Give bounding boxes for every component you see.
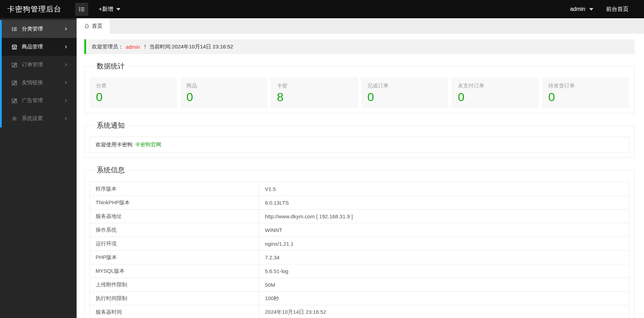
stat-card-label: 商品 — [187, 82, 268, 89]
row-label: PHP版本 — [90, 251, 259, 264]
row-label: 执行时间限制 — [90, 292, 259, 305]
welcome-prefix: 欢迎管理员： — [92, 44, 123, 50]
row-label: 运行环境 — [90, 237, 259, 251]
tab-bar: 首页 — [77, 18, 644, 34]
row-value: 6.0.13LTS — [259, 196, 629, 210]
sidebar-item-ads[interactable]: 广告管理 — [2, 92, 77, 110]
stat-card-value: 8 — [277, 91, 358, 103]
home-icon — [84, 23, 90, 29]
official-site-link[interactable]: 卡密狗官网 — [135, 141, 161, 148]
chevron-right-icon — [64, 63, 68, 67]
stat-card-value: 0 — [367, 91, 449, 103]
stat-card-label: 分类 — [96, 82, 177, 89]
frontend-home-link[interactable]: 前台首页 — [606, 6, 629, 13]
row-label: 程序版本 — [90, 182, 259, 196]
chevron-right-icon — [64, 45, 68, 49]
chevron-right-icon — [64, 81, 68, 85]
topbar-right: admin 前台首页 — [570, 6, 644, 13]
system-info-section: 系统信息 程序版本 V1.5 ThinkPHP版本 6.0.13LTS 服务器地… — [84, 165, 635, 318]
table-row: 执行时间限制 100秒 — [90, 292, 629, 305]
row-value: 100秒 — [259, 292, 629, 305]
user-dropdown[interactable]: admin — [570, 6, 593, 12]
tab-home[interactable]: 首页 — [77, 18, 110, 34]
app-title: 卡密狗管理后台 — [0, 4, 75, 14]
system-info-section-title: 系统信息 — [93, 165, 128, 175]
stats-row: 分类 0 商品 0 卡密 8 完成订单 0 — [90, 77, 629, 108]
row-value: 50M — [259, 278, 629, 292]
sidebar-item-label: 友情链接 — [22, 79, 43, 86]
gear-icon — [11, 115, 18, 122]
row-value: nginx/1.21.1 — [259, 237, 629, 251]
tab-home-label: 首页 — [92, 23, 103, 29]
sidebar-menu: 分类管理 商品管理 — [0, 20, 77, 127]
stat-card-label: 卡密 — [277, 82, 358, 89]
row-label: 操作系统 — [90, 223, 259, 237]
stats-section: 数据统计 分类 0 商品 0 卡密 8 完成订单 — [84, 61, 635, 113]
chevron-right-icon — [64, 27, 68, 31]
menu-toggle-button[interactable] — [75, 3, 88, 16]
notice-section-title: 系统通知 — [93, 121, 128, 130]
stat-card-pending-shipment-orders: 待发货订单 0 — [542, 77, 630, 108]
welcome-time: 2024年10月14日 23:16:52 — [172, 44, 233, 50]
stat-card-label: 待发货订单 — [548, 82, 630, 89]
sidebar-item-category[interactable]: 分类管理 — [2, 20, 77, 38]
sidebar-item-links[interactable]: 友情链接 — [2, 74, 77, 92]
sidebar-item-label: 分类管理 — [22, 26, 43, 32]
shop-icon — [11, 44, 18, 50]
list-icon — [78, 6, 85, 13]
stat-card-label: 未支付订单 — [458, 82, 539, 89]
table-row: ThinkPHP版本 6.0.13LTS — [90, 196, 629, 210]
row-value: 5.6.51-log — [259, 264, 629, 278]
table-row: 程序版本 V1.5 — [90, 182, 629, 196]
row-label: MYSQL版本 — [90, 264, 259, 278]
stat-card-value: 0 — [96, 91, 177, 103]
welcome-suffix: ！ 当前时间: — [143, 44, 172, 50]
table-row: 上传附件限制 50M — [90, 278, 629, 292]
table-row: 运行环境 nginx/1.21.1 — [90, 237, 629, 251]
add-new-dropdown[interactable]: +新增 — [99, 6, 121, 13]
sidebar-item-order[interactable]: 订单管理 — [2, 56, 77, 74]
welcome-username: admin — [126, 44, 140, 50]
add-new-label: +新增 — [99, 6, 113, 13]
row-label: ThinkPHP版本 — [90, 196, 259, 210]
caret-down-icon — [116, 8, 121, 11]
stat-card-unpaid-orders: 未支付订单 0 — [451, 77, 539, 108]
row-label: 上传附件限制 — [90, 278, 259, 292]
row-label: 服务器时间 — [90, 305, 259, 318]
caret-down-icon — [589, 8, 593, 11]
edit-icon — [11, 62, 18, 68]
stat-card-value: 0 — [458, 91, 539, 103]
sidebar: 分类管理 商品管理 — [0, 18, 77, 318]
row-value: 2024年10月14日 23:16:52 — [259, 305, 629, 318]
notice-section: 系统通知 欢迎使用卡密狗 卡密狗官网 — [84, 121, 635, 158]
sidebar-item-label: 广告管理 — [22, 97, 43, 104]
table-row: 操作系统 WINNT — [90, 223, 629, 237]
notice-text: 欢迎使用卡密狗 — [96, 141, 132, 148]
stat-card-label: 完成订单 — [367, 82, 449, 89]
row-value: 7.2.34 — [259, 251, 629, 264]
stat-card-value: 0 — [548, 91, 630, 103]
stat-card-cardkey: 卡密 8 — [271, 77, 358, 108]
table-row: 服务器地址 http://www.dkym.com [ 192.168.31.9… — [90, 210, 629, 223]
sidebar-item-product[interactable]: 商品管理 — [2, 38, 77, 56]
table-row: 服务器时间 2024年10月14日 23:16:52 — [90, 305, 629, 318]
welcome-alert: 欢迎管理员： admin ！ 当前时间: 2024年10月14日 23:16:5… — [84, 39, 635, 54]
stat-card-product: 商品 0 — [180, 77, 268, 108]
edit-icon — [11, 80, 18, 86]
main-area: 首页 欢迎管理员： admin ！ 当前时间: 2024年10月14日 23:1… — [77, 18, 644, 318]
layout: 分类管理 商品管理 — [0, 18, 644, 318]
sidebar-item-label: 系统设置 — [22, 115, 43, 122]
notice-box: 欢迎使用卡密狗 卡密狗官网 — [90, 137, 629, 153]
sidebar-item-settings[interactable]: 系统设置 — [2, 110, 77, 127]
chevron-right-icon — [64, 117, 68, 120]
row-value: WINNT — [259, 223, 629, 237]
sidebar-item-label: 商品管理 — [22, 44, 43, 50]
table-row: PHP版本 7.2.34 — [90, 251, 629, 264]
row-label: 服务器地址 — [90, 210, 259, 223]
row-value: http://www.dkym.com [ 192.168.31.9 ] — [259, 210, 629, 223]
stat-card-completed-orders: 完成订单 0 — [361, 77, 449, 108]
list-icon — [11, 26, 18, 32]
stat-card-value: 0 — [187, 91, 268, 103]
table-row: MYSQL版本 5.6.51-log — [90, 264, 629, 278]
content: 欢迎管理员： admin ！ 当前时间: 2024年10月14日 23:16:5… — [77, 34, 644, 318]
